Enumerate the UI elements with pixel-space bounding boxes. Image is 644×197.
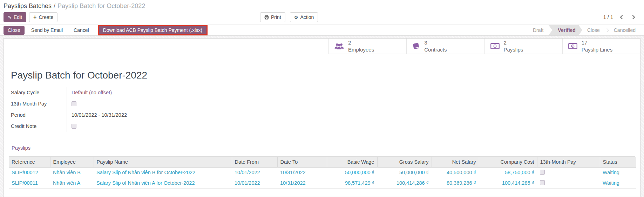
cell-date-from[interactable]: 10/01/2022 [232, 178, 277, 188]
column-header-payslip-name[interactable]: Payslip Name [94, 157, 232, 167]
13th-month-pay-checkbox[interactable] [72, 101, 76, 106]
stat-label-contracts: Contracts [424, 46, 447, 53]
cell-company-cost[interactable]: 100,414,285 ₫ [479, 178, 537, 188]
stat-value-employees: 2 [348, 39, 374, 46]
cell-payslip-name[interactable]: Salary Slip of Nhân viên B for October-2… [94, 167, 232, 178]
cell-reference[interactable]: SLIP/00012 [9, 167, 50, 178]
stat-button-payslip-lines[interactable]: 17 Payslip Lines [562, 39, 640, 54]
control-panel-buttons: ✎ Edit + Create Print ⚙ Acti [4, 12, 638, 22]
field-value-period: 10/01/2022 - 10/31/2022 [67, 109, 207, 121]
status-step-draft[interactable]: Draft [529, 27, 547, 33]
pencil-icon: ✎ [8, 15, 12, 20]
table-header-row: Reference Employee Payslip Name Date Fro… [9, 157, 636, 167]
stat-label-payslips: Payslips [504, 46, 523, 53]
breadcrumb-current: Payslip Batch for October-2022 [57, 2, 145, 9]
field-credit-note: Credit Note [11, 121, 207, 132]
printer-icon [264, 15, 269, 20]
stat-button-contracts[interactable]: 3 Contracts [406, 39, 484, 54]
cell-gross-salary[interactable]: 100,414,286 ₫ [377, 178, 432, 188]
status-step-close[interactable]: Close [584, 27, 603, 33]
chevron-right-icon [632, 15, 635, 20]
money-icon [490, 43, 500, 49]
column-header-gross-salary[interactable]: Gross Salary [377, 157, 432, 167]
content-area: 2 Employees 3 [0, 36, 644, 197]
cell-basic-wage[interactable]: 50,000,000 ₫ [327, 167, 377, 178]
stat-button-employees[interactable]: 2 Employees [328, 39, 406, 54]
cancel-button[interactable]: Cancel [69, 26, 93, 35]
cell-gross-salary[interactable]: 50,000,000 ₫ [377, 167, 432, 178]
cell-employee[interactable]: Nhân viên A [50, 178, 94, 188]
stat-button-box: 2 Employees 3 [328, 39, 640, 54]
breadcrumb-separator: / [54, 2, 55, 9]
field-value-salary-cycle[interactable]: Default (no offset) [67, 87, 207, 98]
cell-payslip-name[interactable]: Salary Slip of Nhân viên A for October-2… [94, 178, 232, 188]
stat-button-payslips[interactable]: 2 Payslips [484, 39, 562, 54]
field-label-credit-note: Credit Note [11, 121, 67, 132]
column-header-basic-wage[interactable]: Basic Wage [327, 157, 377, 167]
edit-button-label: Edit [14, 14, 22, 20]
cell-employee[interactable]: Nhân viên B [50, 167, 94, 178]
column-header-13th-month-pay[interactable]: 13th-Month Pay [537, 157, 600, 167]
column-header-reference[interactable]: Reference [9, 157, 50, 167]
field-label-period: Period [11, 109, 67, 121]
column-header-date-to[interactable]: Date To [277, 157, 327, 167]
column-header-date-from[interactable]: Date From [232, 157, 277, 167]
cell-date-to[interactable]: 10/31/2022 [277, 167, 327, 178]
column-header-status[interactable]: Status [600, 157, 636, 167]
download-acb-payslip-batch-button[interactable]: Download ACB Payslip Batch Payment (.xls… [99, 26, 206, 34]
close-button[interactable]: Close [4, 26, 25, 35]
status-steps: Draft Verified Close Cancelled [529, 25, 644, 35]
breadcrumb-parent-link[interactable]: Payslips Batches [4, 2, 52, 9]
chevron-left-icon [620, 15, 623, 20]
column-header-employee[interactable]: Employee [50, 157, 94, 167]
cell-basic-wage[interactable]: 98,571,429 ₫ [327, 178, 377, 188]
statusbar-buttons: Close Send by Email Cancel Download ACB … [4, 25, 208, 35]
breadcrumb: Payslips Batches/Payslip Batch for Octob… [4, 2, 638, 10]
cell-13th-month-pay [537, 178, 600, 188]
statusbar: Close Send by Email Cancel Download ACB … [0, 25, 644, 36]
tab-payslips[interactable]: Payslips [12, 145, 30, 151]
column-header-net-salary[interactable]: Net Salary [432, 157, 479, 167]
row-13th-month-pay-checkbox[interactable] [540, 180, 545, 185]
print-button-label: Print [271, 14, 281, 20]
create-button[interactable]: + Create [29, 12, 57, 22]
cell-date-from[interactable]: 10/01/2022 [232, 167, 277, 178]
field-salary-cycle: Salary Cycle Default (no offset) [11, 87, 207, 98]
cell-status[interactable]: Waiting [600, 178, 636, 188]
field-label-13th-month-pay: 13th-Month Pay [11, 98, 67, 109]
status-step-cancelled[interactable]: Cancelled [610, 27, 639, 33]
credit-note-checkbox[interactable] [72, 124, 76, 129]
cell-status[interactable]: Waiting [600, 167, 636, 178]
payslip-batch-page: Payslips Batches/Payslip Batch for Octob… [0, 0, 644, 197]
print-button[interactable]: Print [260, 12, 285, 22]
notebook-tabs: Payslips [9, 144, 635, 157]
create-button-label: Create [39, 14, 53, 20]
payslips-table: Reference Employee Payslip Name Date Fro… [9, 157, 635, 189]
cell-reference[interactable]: SLIP/00011 [9, 178, 50, 188]
cell-net-salary[interactable]: 80,369,286 ₫ [432, 178, 479, 188]
edit-button[interactable]: ✎ Edit [4, 12, 26, 22]
action-button[interactable]: ⚙ Action [290, 12, 318, 22]
send-by-email-button[interactable]: Send by Email [27, 26, 67, 35]
status-step-verified[interactable]: Verified [548, 25, 582, 35]
stat-value-payslip-lines: 17 [582, 39, 612, 46]
page-title: Payslip Batch for October-2022 [11, 69, 640, 81]
column-header-company-cost[interactable]: Company Cost [479, 157, 537, 167]
plus-icon: + [33, 14, 36, 20]
pager-previous-button[interactable] [617, 14, 625, 20]
form-fields: Salary Cycle Default (no offset) 13th-Mo… [11, 87, 207, 132]
pager-value: 1 / 1 [603, 14, 613, 20]
cell-13th-month-pay [537, 167, 600, 178]
row-13th-month-pay-checkbox[interactable] [540, 170, 545, 175]
field-period: Period 10/01/2022 - 10/31/2022 [11, 109, 207, 121]
cell-net-salary[interactable]: 40,500,000 ₫ [432, 167, 479, 178]
stat-label-employees: Employees [348, 46, 374, 53]
cell-company-cost[interactable]: 58,750,000 ₫ [479, 167, 537, 178]
form-sheet: 2 Employees 3 [4, 38, 640, 197]
pager-next-button[interactable] [630, 14, 638, 20]
chevron-separator-icon [605, 28, 609, 32]
gear-icon: ⚙ [294, 15, 298, 20]
pager: 1 / 1 [603, 12, 638, 22]
cell-date-to[interactable]: 10/31/2022 [277, 178, 327, 188]
book-icon [412, 42, 420, 50]
